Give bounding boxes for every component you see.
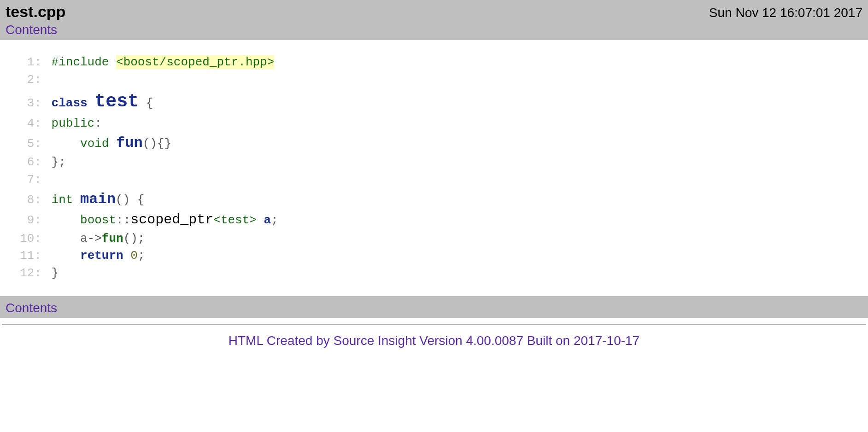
code-token: a (264, 213, 271, 227)
separator (2, 324, 866, 325)
line-number: 12: (0, 265, 44, 282)
code-token: ; (138, 249, 145, 263)
code-token: return (80, 249, 123, 263)
code-line: 12: } (0, 265, 868, 282)
line-number: 5: (0, 135, 44, 153)
code-line: 1: #include <boost/scoped_ptr.hpp> (0, 54, 868, 71)
header-bar: test.cpp Sun Nov 12 16:07:01 2017 Conten… (0, 0, 868, 40)
footer-bar: Contents (0, 296, 868, 318)
code-token: }; (52, 155, 66, 169)
code-token: } (52, 266, 59, 280)
contents-link-top[interactable]: Contents (6, 23, 57, 37)
code-token: ; (271, 213, 278, 227)
line-number: 3: (0, 95, 44, 112)
code-token: fun (116, 134, 143, 152)
code-token: boost (80, 213, 116, 227)
code-token: <test> (213, 213, 257, 227)
code-token: int (52, 193, 80, 207)
code-token: void (80, 137, 116, 151)
line-number: 2: (0, 71, 44, 89)
code-token: <boost/scoped_ptr.hpp> (116, 55, 274, 69)
line-number: 6: (0, 154, 44, 171)
line-number: 1: (0, 54, 44, 71)
line-number: 10: (0, 230, 44, 248)
line-number: 8: (0, 192, 44, 209)
code-line: 10: a->fun(); (0, 230, 868, 248)
code-line: 11: return 0; (0, 247, 868, 265)
code-token (52, 249, 80, 263)
code-token (257, 213, 264, 227)
generated-footer: HTML Created by Source Insight Version 4… (0, 333, 868, 357)
code-token: test (94, 91, 139, 112)
header-top: test.cpp Sun Nov 12 16:07:01 2017 (6, 3, 862, 21)
line-number: 4: (0, 115, 44, 133)
line-number: 7: (0, 171, 44, 189)
code-token (123, 249, 131, 263)
code-token: a-> (52, 232, 102, 245)
code-line: 2: (0, 71, 868, 89)
line-number: 11: (0, 247, 44, 265)
code-line: 9: boost::scoped_ptr<test> a; (0, 210, 868, 230)
code-token: main (80, 191, 116, 208)
contents-link-bottom[interactable]: Contents (6, 301, 57, 315)
code-line: 7: (0, 171, 868, 189)
code-token: #include (52, 55, 116, 69)
code-token: scoped_ptr (130, 212, 213, 228)
code-token: class (52, 96, 95, 110)
code-line: 3: class test { (0, 88, 868, 115)
code-line: 5: void fun(){} (0, 133, 868, 154)
code-token: { (139, 96, 153, 110)
code-token: 0 (130, 249, 138, 263)
code-token (52, 213, 80, 227)
code-line: 8: int main() { (0, 189, 868, 210)
code-token: fun (102, 232, 123, 245)
code-line: 6: }; (0, 154, 868, 171)
code-token: :: (116, 213, 130, 227)
code-area: 1: #include <boost/scoped_ptr.hpp>2: 3: … (0, 40, 868, 296)
line-number: 9: (0, 212, 44, 229)
code-token (52, 137, 80, 151)
file-title: test.cpp (6, 3, 65, 21)
code-token: () { (116, 193, 144, 207)
code-token: (){} (143, 137, 171, 151)
file-timestamp: Sun Nov 12 16:07:01 2017 (709, 6, 862, 20)
code-token: (); (123, 232, 145, 245)
code-token: public (52, 117, 95, 130)
code-token: : (94, 117, 102, 130)
code-line: 4: public: (0, 115, 868, 133)
